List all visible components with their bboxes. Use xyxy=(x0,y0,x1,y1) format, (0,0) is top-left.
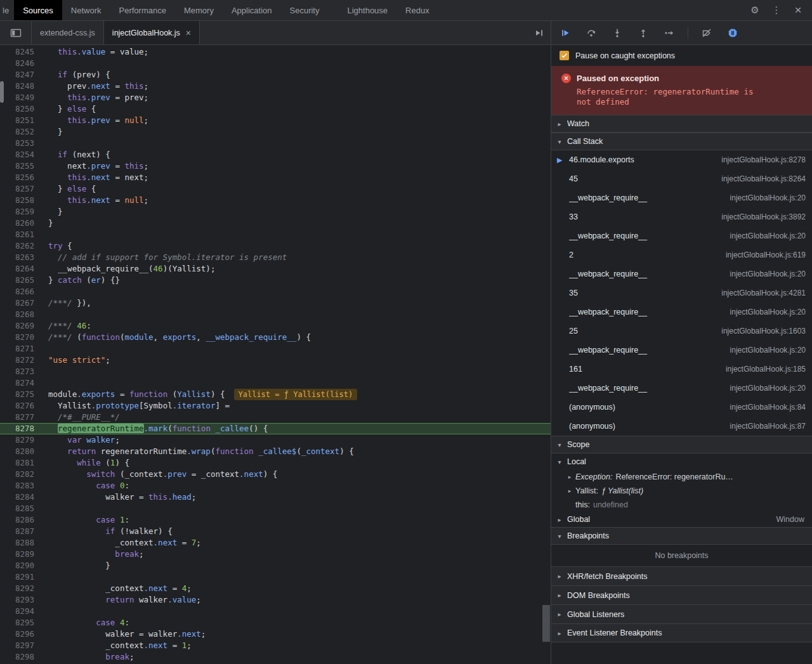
file-tab-injectGlobalHook.js[interactable]: injectGlobalHook.js× xyxy=(104,21,200,44)
code-line[interactable]: 8284 walker = this.head; xyxy=(0,491,551,503)
editor-scrollbar[interactable] xyxy=(542,45,551,664)
code-line[interactable]: 8258 this.next = null; xyxy=(0,195,551,206)
navigator-toggle-icon[interactable] xyxy=(0,21,32,44)
code-line[interactable]: 8247 if (prev) { xyxy=(0,69,551,81)
call-stack-frame[interactable]: 35injectGlobalHook.js:4281 xyxy=(551,283,812,303)
left-scrollbar-thumb[interactable] xyxy=(0,81,4,103)
deactivate-breakpoints-icon[interactable] xyxy=(699,25,714,41)
code-line[interactable]: 8294 xyxy=(0,606,551,617)
code-line[interactable]: 8289 break; xyxy=(0,549,551,560)
call-stack-frame[interactable]: 45injectGlobalHook.js:8264 xyxy=(551,169,812,188)
scope-variable[interactable]: ▸this: undefined xyxy=(551,498,812,512)
code-line[interactable]: 8273 xyxy=(0,366,551,377)
file-tab-extended-css.js[interactable]: extended-css.js xyxy=(32,21,104,44)
code-line[interactable]: 8295 case 4: xyxy=(0,617,551,628)
code-line[interactable]: 8263 // add if support for Symbol.iterat… xyxy=(0,252,551,263)
code-line[interactable]: 8260} xyxy=(0,218,551,229)
step-over-icon[interactable] xyxy=(584,25,599,41)
code-line[interactable]: 8245 this.value = value; xyxy=(0,46,551,58)
scope-global-row[interactable]: ▸ Global Window xyxy=(551,512,812,527)
settings-gear-icon[interactable]: ⚙ xyxy=(746,2,764,18)
code-line[interactable]: 8282 switch (_context.prev = _context.ne… xyxy=(0,469,551,480)
call-stack-frame[interactable]: 161injectGlobalHook.js:185 xyxy=(551,360,812,379)
call-stack-frame[interactable]: __webpack_require__injectGlobalHook.js:2… xyxy=(551,341,812,360)
code-line[interactable]: 8254 if (next) { xyxy=(0,149,551,160)
code-line[interactable]: 8252 } xyxy=(0,126,551,138)
code-line[interactable]: 8283 case 0: xyxy=(0,480,551,491)
code-line[interactable]: 8291 xyxy=(0,571,551,583)
code-line[interactable]: 8250 } else { xyxy=(0,103,551,115)
scope-local-header[interactable]: ▾ Local xyxy=(551,453,812,470)
chevron-right-icon[interactable]: ▸ xyxy=(566,488,573,494)
section-xhr-fetch-breakpoints[interactable]: ▸XHR/fetch Breakpoints xyxy=(551,566,812,585)
panel-tab-memory[interactable]: Memory xyxy=(175,0,223,20)
code-editor[interactable]: 8245 this.value = value;82468247 if (pre… xyxy=(0,45,551,664)
code-line[interactable]: 8274 xyxy=(0,377,551,389)
step-out-icon[interactable] xyxy=(636,25,651,41)
code-line[interactable]: 8255 next.prev = this; xyxy=(0,160,551,172)
call-stack-frame[interactable]: (anonymous)injectGlobalHook.js:87 xyxy=(551,417,812,436)
call-stack-frame[interactable]: __webpack_require__injectGlobalHook.js:2… xyxy=(551,226,812,245)
code-line[interactable]: 8277 /*#__PURE__*/ xyxy=(0,412,551,423)
code-line[interactable]: 8292 _context.next = 4; xyxy=(0,583,551,594)
code-line[interactable]: 8281 while (1) { xyxy=(0,457,551,469)
call-stack-frame[interactable]: 33injectGlobalHook.js:3892 xyxy=(551,207,812,226)
chevron-right-icon[interactable]: ▸ xyxy=(566,474,573,480)
pause-on-caught-row[interactable]: Pause on caught exceptions xyxy=(551,45,812,66)
scope-section-header[interactable]: ▾ Scope xyxy=(551,436,812,453)
code-line[interactable]: 8267/***/ }), xyxy=(0,297,551,309)
code-line[interactable]: 8272"use strict"; xyxy=(0,355,551,366)
call-stack-frame[interactable]: __webpack_require__injectGlobalHook.js:2… xyxy=(551,188,812,207)
code-line[interactable]: 8259 } xyxy=(0,206,551,218)
code-line[interactable]: 8246 xyxy=(0,58,551,69)
code-line[interactable]: 8261 xyxy=(0,229,551,240)
watch-section-header[interactable]: ▸ Watch xyxy=(551,115,812,133)
pause-on-caught-checkbox[interactable] xyxy=(560,51,569,60)
code-line[interactable]: 8279 var walker; xyxy=(0,434,551,446)
code-line[interactable]: 8296 walker = walker.next; xyxy=(0,628,551,640)
call-stack-frame[interactable]: __webpack_require__injectGlobalHook.js:2… xyxy=(551,379,812,398)
resume-script-execution-icon[interactable] xyxy=(558,25,573,41)
code-line[interactable]: 8270/***/ (function(module, exports, __w… xyxy=(0,332,551,343)
code-line[interactable]: 8253 xyxy=(0,138,551,149)
code-line[interactable]: 8266 xyxy=(0,286,551,297)
panel-tab-application[interactable]: Application xyxy=(223,0,281,20)
section-event-listener-breakpoints[interactable]: ▸Event Listener Breakpoints xyxy=(551,623,812,642)
panel-tab-redux[interactable]: Redux xyxy=(396,0,438,20)
code-line[interactable]: 8265} catch (er) {} xyxy=(0,275,551,286)
code-line[interactable]: 8286 case 1: xyxy=(0,514,551,526)
code-line[interactable]: 8288 _context.next = 7; xyxy=(0,537,551,549)
call-stack-frame[interactable]: (anonymous)injectGlobalHook.js:84 xyxy=(551,398,812,417)
code-line[interactable]: 8275module.exports = function (Yallist) … xyxy=(0,389,551,400)
breakpoints-section-header[interactable]: ▾ Breakpoints xyxy=(551,527,812,545)
code-line[interactable]: 8268 xyxy=(0,309,551,320)
call-stack-frame[interactable]: __webpack_require__injectGlobalHook.js:2… xyxy=(551,264,812,283)
code-line[interactable]: 8298 break; xyxy=(0,651,551,663)
code-line[interactable]: 8251 this.prev = null; xyxy=(0,115,551,126)
panel-tab-network[interactable]: Network xyxy=(62,0,110,20)
code-line[interactable]: 8248 prev.next = this; xyxy=(0,81,551,92)
code-line[interactable]: 8287 if (!walker) { xyxy=(0,526,551,537)
panel-tab-performance[interactable]: Performance xyxy=(110,0,175,20)
call-stack-frame[interactable]: ▶46.module.exportsinjectGlobalHook.js:82… xyxy=(551,150,812,169)
code-line[interactable]: 8256 this.next = next; xyxy=(0,172,551,183)
call-stack-frame[interactable]: 2injectGlobalHook.js:619 xyxy=(551,245,812,264)
section-global-listeners[interactable]: ▸Global Listeners xyxy=(551,604,812,623)
call-stack-frame[interactable]: __webpack_require__injectGlobalHook.js:2… xyxy=(551,303,812,322)
code-line[interactable]: 8257 } else { xyxy=(0,183,551,195)
step-icon[interactable] xyxy=(662,25,677,41)
panel-tab-lighthouse[interactable]: Lighthouse xyxy=(338,0,396,20)
scope-variable[interactable]: ▸Yallist: ƒ Yallist(list) xyxy=(551,484,812,498)
panel-tab-partial[interactable]: le xyxy=(0,0,14,20)
code-line[interactable]: 8293 return walker.value; xyxy=(0,594,551,606)
code-line[interactable]: 8278 regeneratorRuntime.mark(function _c… xyxy=(0,423,551,434)
code-line[interactable]: 8262try { xyxy=(0,240,551,252)
scope-variable[interactable]: ▸Exception: ReferenceError: regeneratorR… xyxy=(551,470,812,484)
overflow-menu-icon[interactable]: ⋮ xyxy=(768,2,785,18)
section-dom-breakpoints[interactable]: ▸DOM Breakpoints xyxy=(551,585,812,604)
call-stack-section-header[interactable]: ▾ Call Stack xyxy=(551,133,812,150)
code-line[interactable]: 8285 xyxy=(0,503,551,514)
code-line[interactable]: 8290 } xyxy=(0,560,551,571)
editor-scrollbar-thumb[interactable] xyxy=(542,605,550,642)
code-line[interactable]: 8269/***/ 46: xyxy=(0,320,551,332)
